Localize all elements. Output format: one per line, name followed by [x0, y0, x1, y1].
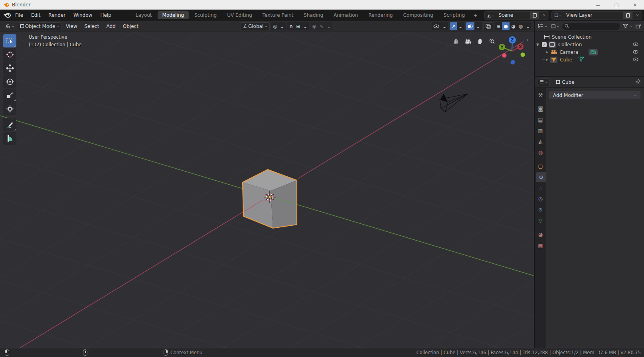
outliner-filter-button[interactable]: ⌄ [622, 22, 633, 30]
blender-menu-logo-icon[interactable] [3, 12, 11, 18]
menu-help[interactable]: Help [96, 10, 115, 21]
row-label[interactable]: Scene Collection [552, 34, 592, 40]
minimize-button[interactable]: — [589, 0, 607, 10]
scene-name[interactable]: Scene [495, 12, 529, 18]
disclosure-triangle-icon[interactable]: ▼ [536, 43, 539, 47]
snap-toggle-magnet-icon[interactable]: ∩ [287, 22, 294, 30]
menu-add[interactable]: Add [104, 21, 119, 32]
maximize-button[interactable]: ▢ [607, 0, 626, 10]
tab-sculpting[interactable]: Sculpting [190, 11, 221, 19]
tab-compositing[interactable]: Compositing [398, 11, 438, 19]
mode-dropdown[interactable]: Object Mode⌄ [18, 22, 61, 30]
shading-material-icon[interactable]: ◕ [510, 22, 517, 30]
menu-object[interactable]: Object [120, 21, 141, 32]
scene-unlink-button[interactable]: ✕ [539, 12, 549, 19]
collection-checkbox[interactable]: ✓ [542, 42, 547, 47]
mesh-data-icon[interactable] [579, 57, 584, 63]
tab-world[interactable]: ◍ [535, 148, 545, 158]
zoom-view-button[interactable] [487, 36, 497, 46]
viewport-3d[interactable]: Z Y X ⌄ Object Mode⌄ View Select A [0, 21, 534, 348]
pan-view-button[interactable] [475, 37, 485, 46]
tab-object-data[interactable]: ▽ [535, 215, 545, 225]
tab-scripting[interactable]: Scripting [439, 11, 470, 19]
pivot-point-dropdown[interactable]: ◎⌄ [271, 22, 286, 30]
tab-constraints[interactable]: ⊙ [535, 205, 545, 215]
tool-select-box[interactable] [3, 34, 16, 47]
tab-tool[interactable]: ⚒ [535, 90, 545, 100]
view-layer-remove-button[interactable]: ✕ [632, 12, 642, 19]
gizmo-z-neg[interactable] [511, 60, 515, 65]
tool-cursor[interactable] [3, 48, 16, 61]
menu-select[interactable]: Select [81, 21, 102, 32]
sidebar-toggle-arrow[interactable]: ‹ [527, 37, 529, 43]
menu-edit[interactable]: Edit [27, 10, 44, 21]
navigation-gizmo[interactable]: Z Y X [499, 36, 525, 65]
tab-uv-editing[interactable]: UV Editing [222, 11, 257, 19]
camera-view-button[interactable] [463, 37, 473, 46]
gizmo-z-label[interactable]: Z [511, 38, 514, 42]
expander-icon[interactable]: ▶ [546, 58, 548, 61]
perspective-grid-button[interactable] [451, 37, 461, 46]
tab-shading[interactable]: Shading [299, 11, 328, 19]
snap-dropdown[interactable]: ⌄ [300, 22, 309, 30]
tool-scale[interactable] [3, 89, 16, 102]
gizmo-dropdown[interactable]: ⌄ [456, 22, 464, 30]
new-collection-button[interactable] [635, 22, 642, 30]
tool-measure[interactable] [3, 132, 16, 145]
hide-eye-icon[interactable] [633, 49, 638, 55]
outliner-row-camera[interactable]: ▶ Camera [535, 48, 644, 56]
menu-file[interactable]: File [11, 10, 27, 21]
camera-object[interactable] [440, 94, 468, 112]
outliner-row-scene-collection[interactable]: Scene Collection [535, 33, 644, 41]
view-layer-name[interactable]: View Layer [563, 12, 623, 18]
tab-modeling[interactable]: Modeling [158, 11, 189, 19]
pin-icon[interactable] [636, 78, 641, 86]
tab-render[interactable]: ◙ [535, 104, 545, 114]
scene-icon[interactable]: ◭⌄ [485, 13, 495, 18]
shading-wireframe-icon[interactable]: ⊕ [495, 22, 502, 30]
menu-window[interactable]: Window [69, 10, 96, 21]
tab-object[interactable]: ▢ [535, 161, 545, 171]
falloff-dropdown[interactable]: ⌄ [324, 22, 332, 30]
row-label[interactable]: Camera [559, 49, 578, 55]
tab-output[interactable]: ▤ [535, 115, 545, 125]
xray-toggle[interactable] [483, 22, 493, 30]
tab-texture-paint[interactable]: Texture Paint [258, 11, 298, 19]
tool-rotate[interactable] [3, 75, 16, 88]
add-modifier-dropdown[interactable]: Add Modifier ⌄ [549, 91, 640, 99]
tab-texture[interactable]: ▦ [535, 241, 545, 250]
gizmo-y-label[interactable]: Y [500, 45, 504, 49]
tab-scene[interactable]: ◭ [535, 136, 545, 146]
outliner-editor-type-button[interactable]: ⌄ [537, 22, 549, 30]
tool-transform[interactable] [3, 102, 16, 115]
tab-rendering[interactable]: Rendering [363, 11, 397, 19]
visibility-dropdown[interactable]: ⌄ [440, 22, 448, 30]
menu-view[interactable]: View [63, 21, 80, 32]
gizmo-x-label[interactable]: X [519, 45, 522, 49]
expander-icon[interactable]: ▶ [546, 50, 548, 54]
mesh-object-icon-button[interactable] [550, 57, 557, 63]
scene-copy-button[interactable] [529, 12, 539, 19]
proportional-toggle-icon[interactable]: ◉ [310, 22, 318, 30]
outliner-search-input[interactable] [562, 23, 620, 30]
tab-view-layer[interactable]: ▧ [535, 126, 545, 136]
close-button[interactable]: ✕ [626, 0, 644, 10]
camera-data-badge[interactable] [589, 49, 598, 55]
shading-solid-icon[interactable]: ● [502, 22, 509, 30]
tab-animation[interactable]: Animation [329, 11, 363, 19]
overlays-dropdown[interactable]: ⌄ [473, 22, 482, 30]
cube-object[interactable] [243, 170, 533, 276]
add-workspace-button[interactable]: + [470, 12, 481, 18]
tab-layout[interactable]: Layout [131, 11, 157, 19]
gizmo-y-neg[interactable] [521, 53, 525, 57]
collection-icon-button[interactable] [549, 41, 556, 48]
transform-orientation-dropdown[interactable]: ∠ Global⌄ [241, 22, 270, 30]
tab-physics[interactable]: ◎ [535, 194, 545, 204]
tab-modifiers[interactable]: ⚙ [536, 172, 546, 182]
properties-editor-type-button[interactable]: ☰⌄ [538, 78, 550, 86]
hide-eye-icon[interactable] [633, 57, 638, 63]
row-label[interactable]: Cube [560, 57, 572, 63]
tab-particles[interactable]: ∴ [535, 183, 545, 193]
menu-render[interactable]: Render [44, 10, 69, 21]
view-layer-icon[interactable]: ❏⌄ [552, 13, 563, 18]
